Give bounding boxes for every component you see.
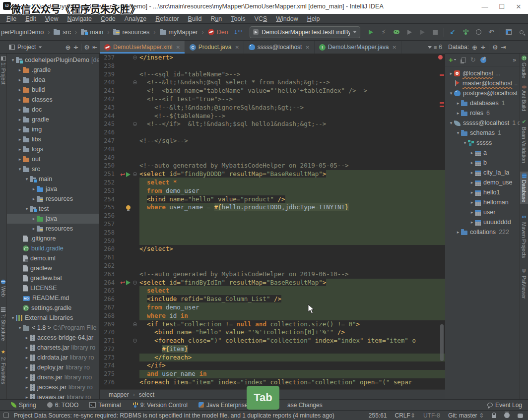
database-tree-row[interactable]: ▾postgres@localhost [445,88,520,98]
close-icon[interactable]: ✕ [235,45,239,50]
9-version-control-toolwindow-button[interactable]: 9: Version Control [132,402,188,409]
fold-marker-icon[interactable] [133,322,137,326]
line-number[interactable]: 244 [100,112,115,120]
chevron-expanded-icon[interactable]: ▾ [448,91,454,96]
stop-button[interactable] [429,26,442,38]
chevron-expanded-icon[interactable]: ▾ [455,130,461,135]
navigate-back-icon[interactable]: ↩ [120,172,125,177]
line-number[interactable]: 238 [100,62,115,70]
project-tree-row[interactable]: ▾test [7,204,99,214]
intention-bulb-icon[interactable] [126,205,131,210]
database-tree-row[interactable]: ▸city_la_la [445,168,520,178]
line-number[interactable]: 242 [100,95,115,104]
toolwindow-7-structure-button[interactable]: 7: Structure [0,305,6,342]
maximize-button[interactable]: ☐ [494,2,509,12]
line-number[interactable]: 246 [100,128,115,137]
database-tree-row[interactable]: ▸@localhost ... [445,68,520,78]
locate-file-icon[interactable]: ⊕ [65,44,70,51]
toolwindow-web-button[interactable]: Web [0,278,6,298]
run-statement-icon[interactable] [126,172,131,177]
gear-icon[interactable]: ⚙ [84,44,90,51]
line-number[interactable]: 248 [100,145,115,154]
navigate-back-icon[interactable]: ↩ [120,280,125,285]
editor-tab[interactable]: DemoUserMapper.xml✕ [100,41,185,54]
run-with-coverage-button[interactable] [403,26,416,38]
project-tree-row[interactable]: ▸java [7,184,99,194]
line-number[interactable]: 273 [100,354,115,362]
xml-breadcrumb-item[interactable]: select [139,391,154,398]
line-number[interactable]: 269 [100,320,115,329]
breadcrumb-item[interactable]: Den [208,29,228,36]
project-tree-row[interactable]: ▸charsets.jar library ro [7,343,99,353]
refresh-icon[interactable]: ↻ [470,56,476,63]
line-number[interactable]: 249 [100,154,115,162]
lock-icon[interactable] [492,415,496,418]
database-tree-row[interactable]: master@localhost .. [445,78,520,88]
line-number[interactable]: 264 [100,279,115,287]
run-profiler-button[interactable] [416,26,429,38]
database-tree-row[interactable]: ▸roles6 [445,108,520,118]
chevron-collapsed-icon[interactable]: ▸ [17,77,23,82]
database-tree-row[interactable]: ▸hello1 [445,187,520,197]
line-number[interactable]: 251 [100,170,115,179]
project-tree-row[interactable]: ▾< 1.8 > C:\Program File [7,323,99,333]
chevron-collapsed-icon[interactable]: ▸ [469,170,475,175]
chevron-collapsed-icon[interactable]: ▸ [24,345,30,350]
fold-marker-icon[interactable] [133,80,137,84]
line-number[interactable]: 260 [100,245,115,253]
more-icon[interactable]: » [513,57,516,63]
gear-icon[interactable]: ⚙ [492,44,498,51]
line-number[interactable]: 259 [100,237,115,245]
project-tree-row[interactable]: ▸java [7,214,99,224]
chevron-expanded-icon[interactable]: ▾ [24,206,30,211]
chevron-collapsed-icon[interactable]: ▸ [455,101,461,106]
chevron-collapsed-icon[interactable]: ▸ [31,196,37,201]
chevron-down-icon[interactable] [39,46,42,48]
project-tree-row[interactable]: ▸resources [7,194,99,204]
menu-file[interactable]: File [2,15,21,22]
line-number[interactable]: 265 [100,287,115,295]
chevron-collapsed-icon[interactable]: ▸ [469,190,475,195]
close-icon[interactable]: ✕ [305,45,309,50]
chevron-collapsed-icon[interactable]: ▸ [469,220,475,225]
xml-breadcrumb-item[interactable]: mapper [109,391,129,398]
database-tree-row[interactable]: ▸a [445,148,520,158]
menu-build[interactable]: Build [184,15,206,22]
line-number[interactable]: 250 [100,162,115,170]
project-tree-row[interactable]: settings.gradle [7,303,99,313]
project-tree-row[interactable]: ▸doc [7,105,99,115]
line-number[interactable]: 270 [100,328,115,337]
project-tree-row[interactable]: gradlew [7,263,99,273]
line-number[interactable]: 243 [100,104,115,112]
debug-button[interactable] [390,26,403,38]
menu-analyze[interactable]: Analyze [120,15,151,22]
line-number[interactable]: 247 [100,137,115,145]
chevron-collapsed-icon[interactable]: ▸ [17,127,23,132]
project-tree-row[interactable]: ▸dnsns.jar library roo [7,372,99,382]
database-panel-title[interactable]: Databa: [448,44,469,51]
fold-marker-icon[interactable] [133,281,137,285]
search-everywhere-button[interactable] [515,26,528,38]
database-tree-row[interactable]: ▾schemas1 [445,128,520,138]
line-number[interactable]: 256 [100,212,115,220]
java-enterprise-toolwindow-button[interactable]: Java Enterprise [198,402,248,409]
line-number[interactable]: 254 [100,195,115,204]
line-number[interactable]: 268 [100,312,115,320]
menu-edit[interactable]: Edit [21,15,41,22]
chevron-collapsed-icon[interactable]: ▸ [17,117,23,122]
project-tree-row[interactable]: ▸cldrdata.jar library ro [7,353,99,362]
project-tree-row[interactable]: LICENSE [7,283,99,293]
event-log-button[interactable]: Event Log [487,402,522,409]
status-message[interactable]: Project Data Sources: re-sync required: … [14,412,334,419]
chevron-expanded-icon[interactable]: ▾ [448,120,454,125]
terminal-toolwindow-button[interactable]: Terminal [89,402,121,409]
line-number[interactable]: 258 [100,229,115,237]
fold-marker-icon[interactable] [133,56,137,60]
breadcrumb-item[interactable]: src [54,29,71,36]
project-tree-row[interactable]: ▸build [7,85,99,95]
toolwindow-database-button[interactable]: Database [520,172,528,204]
reader-mode-icon[interactable] [518,414,523,418]
project-tree-row[interactable]: demo.iml [7,253,99,263]
line-number[interactable]: 261 [100,253,115,262]
chevron-collapsed-icon[interactable]: ▸ [469,160,475,165]
